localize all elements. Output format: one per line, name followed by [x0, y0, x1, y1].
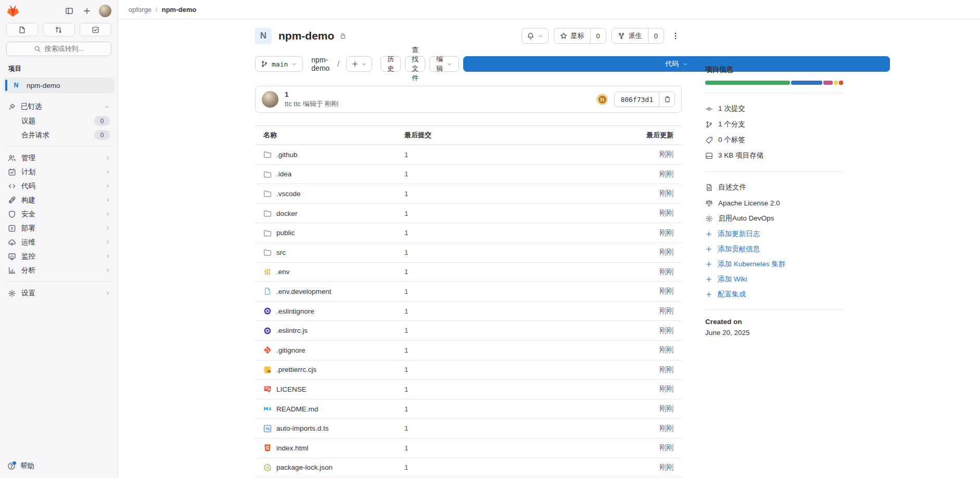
file-name-link[interactable]: .github — [276, 151, 298, 159]
add-link[interactable]: 添加 Kubernetes 集群 — [705, 256, 843, 272]
file-row[interactable]: JS .prettierrc.cjs 1 刚刚 — [255, 360, 682, 380]
file-name-link[interactable]: README.md — [276, 405, 318, 413]
column-header-name[interactable]: 名称 — [255, 131, 404, 140]
info-item[interactable]: Apache License 2.0 — [705, 195, 843, 211]
branch-selector[interactable]: main — [255, 56, 303, 72]
file-name-link[interactable]: .gitignore — [276, 346, 306, 354]
commit-message-link[interactable]: 1 — [404, 210, 409, 217]
commit-message-link[interactable]: 1 — [404, 190, 409, 198]
file-name-link[interactable]: .eslintrc.js — [276, 327, 308, 334]
add-link[interactable]: 添加贡献信息 — [705, 241, 843, 256]
file-row[interactable]: README.md 1 刚刚 — [255, 399, 682, 419]
commit-message-link[interactable]: 1 — [404, 151, 409, 159]
file-name-link[interactable]: .eslintignore — [276, 307, 314, 315]
sidebar-item-deploy[interactable]: 部署 — [0, 221, 118, 235]
info-item[interactable]: 启用Auto DevOps — [705, 211, 843, 226]
commit-message-link[interactable]: 1 — [404, 463, 409, 471]
add-link[interactable]: 添加更新日志 — [705, 226, 843, 241]
sidebar-item-build[interactable]: 构建 — [0, 193, 118, 207]
commit-message-link[interactable]: 1 — [404, 366, 409, 373]
file-row[interactable]: public 1 刚刚 — [255, 223, 682, 243]
file-name-link[interactable]: auto-imports.d.ts — [276, 424, 329, 432]
find-file-button[interactable]: 查找文件 — [405, 56, 425, 72]
file-row[interactable]: TS auto-imports.d.ts 1 刚刚 — [255, 419, 682, 438]
add-file-dropdown[interactable] — [346, 56, 372, 72]
file-row[interactable]: .env.development 1 刚刚 — [255, 282, 682, 302]
fork-count[interactable]: 0 — [648, 29, 664, 43]
commit-message-link[interactable]: 1 — [404, 307, 409, 315]
file-name-link[interactable]: src — [276, 249, 286, 256]
file-row[interactable]: JS package-lock.json 1 刚刚 — [255, 458, 682, 478]
sidebar-item-monitor[interactable]: 监控 — [0, 249, 118, 263]
file-name-link[interactable]: index.html — [276, 444, 309, 452]
file-name-link[interactable]: .prettierrc.cjs — [276, 366, 316, 373]
info-item[interactable]: 3 KB 项目存储 — [705, 148, 843, 163]
file-name-link[interactable]: package-lock.json — [276, 463, 333, 471]
sidebar-pinned-item[interactable]: 议题 0 — [0, 114, 118, 128]
sidebar-item-manage[interactable]: 管理 — [0, 151, 118, 165]
info-item[interactable]: 自述文件 — [705, 179, 843, 195]
file-row[interactable]: .github 1 刚刚 — [255, 145, 682, 165]
sidebar-item-plan[interactable]: 计划 — [0, 165, 118, 179]
commit-message-link[interactable]: 1 — [404, 268, 409, 276]
notifications-button[interactable] — [521, 28, 549, 44]
commit-message-link[interactable]: 1 — [404, 346, 409, 354]
sidebar-item-code[interactable]: 代码 — [0, 179, 118, 193]
file-row[interactable]: .gitignore 1 刚刚 — [255, 341, 682, 360]
file-name-link[interactable]: docker — [276, 210, 298, 217]
issues-shortcut-button[interactable] — [6, 23, 38, 36]
file-row[interactable]: .idea 1 刚刚 — [255, 165, 682, 185]
info-item[interactable]: 1 个分支 — [705, 117, 843, 132]
file-name-link[interactable]: .vscode — [276, 190, 301, 198]
history-button[interactable]: 历史 — [380, 56, 401, 72]
info-item[interactable]: 0 个标签 — [705, 132, 843, 148]
create-new-button[interactable] — [81, 5, 93, 17]
sidebar-item-help[interactable]: 帮助 — [0, 458, 118, 474]
pipeline-status-paused-icon[interactable] — [596, 94, 608, 105]
file-name-link[interactable]: LICENSE — [276, 385, 307, 393]
search-input[interactable]: 搜索或转到... — [6, 42, 111, 56]
commit-message-link[interactable]: 1 — [404, 444, 409, 452]
commit-message-link[interactable]: 1 — [404, 405, 409, 413]
gitlab-logo-icon[interactable] — [6, 5, 20, 17]
commit-message-link[interactable]: 1 — [404, 229, 409, 237]
star-count[interactable]: 0 — [590, 29, 606, 43]
sidebar-item-operate[interactable]: 运维 — [0, 235, 118, 249]
commit-title-link[interactable]: 1 — [285, 91, 289, 98]
commit-message-link[interactable]: 1 — [404, 170, 409, 178]
file-row[interactable]: index.html 1 刚刚 — [255, 438, 682, 458]
file-row[interactable]: src 1 刚刚 — [255, 243, 682, 263]
add-link[interactable]: 配置集成 — [705, 287, 843, 302]
file-row[interactable]: .vscode 1 刚刚 — [255, 184, 682, 204]
collapse-sidebar-button[interactable] — [63, 5, 75, 17]
sidebar-item-current-project[interactable]: N npm-demo — [3, 77, 114, 93]
file-name-link[interactable]: .env — [276, 268, 290, 276]
more-actions-button[interactable] — [669, 28, 682, 44]
file-row[interactable]: .eslintrc.js 1 刚刚 — [255, 321, 682, 341]
user-avatar[interactable] — [99, 5, 111, 17]
breadcrumb-project-link[interactable]: npm-demo — [162, 6, 196, 14]
todos-shortcut-button[interactable] — [80, 23, 111, 36]
sidebar-item-analyze[interactable]: 分析 — [0, 263, 118, 277]
commit-message-link[interactable]: 1 — [404, 249, 409, 256]
commit-message-link[interactable]: 1 — [404, 424, 409, 432]
merge-requests-shortcut-button[interactable] — [43, 23, 74, 36]
file-row[interactable]: LICENSE 1 刚刚 — [255, 380, 682, 399]
add-link[interactable]: 添加 Wiki — [705, 272, 843, 287]
file-row[interactable]: .eslintignore 1 刚刚 — [255, 302, 682, 321]
commit-message-link[interactable]: 1 — [404, 385, 409, 393]
edit-dropdown-button[interactable]: 编辑 — [429, 56, 459, 72]
info-item[interactable]: 1 次提交 — [705, 101, 843, 117]
file-name-link[interactable]: public — [276, 229, 295, 237]
file-row[interactable]: docker 1 刚刚 — [255, 204, 682, 224]
sidebar-item-security[interactable]: 安全 — [0, 207, 118, 221]
copy-commit-hash-button[interactable] — [659, 92, 674, 107]
file-row[interactable]: .env 1 刚刚 — [255, 263, 682, 282]
commit-message-link[interactable]: 1 — [404, 288, 409, 295]
sidebar-item-settings[interactable]: 设置 — [0, 286, 118, 300]
star-button[interactable]: 星标 — [554, 29, 590, 43]
fork-button[interactable]: 派生 — [612, 29, 648, 43]
sidebar-pinned-item[interactable]: 合并请求 0 — [0, 128, 118, 142]
commit-message-link[interactable]: 1 — [404, 327, 409, 334]
file-name-link[interactable]: .idea — [276, 170, 291, 178]
